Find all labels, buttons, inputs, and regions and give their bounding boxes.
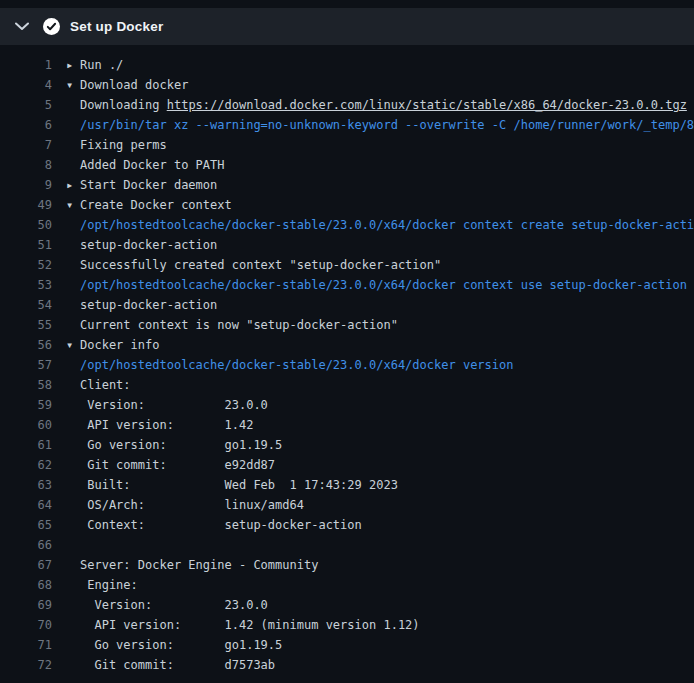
- group-title[interactable]: Download docker: [80, 78, 188, 92]
- log-url-link[interactable]: https://download.docker.com/linux/static…: [167, 98, 687, 112]
- line-content: /usr/bin/tar xz --warning=no-unknown-key…: [52, 115, 694, 135]
- log-line: 7Fixing perms: [0, 135, 694, 155]
- line-content: setup-docker-action: [52, 295, 217, 315]
- line-number[interactable]: 51: [0, 235, 52, 255]
- log-line: 55Current context is now "setup-docker-a…: [0, 315, 694, 335]
- line-number[interactable]: 61: [0, 435, 52, 455]
- log-text: setup-docker-action: [80, 238, 217, 252]
- line-number[interactable]: 62: [0, 455, 52, 475]
- line-content: OS/Arch: linux/amd64: [52, 495, 304, 515]
- log-line: 8Added Docker to PATH: [0, 155, 694, 175]
- log-text: setup-docker-action: [80, 298, 217, 312]
- log-text: Current context is now "setup-docker-act…: [80, 318, 398, 332]
- line-number[interactable]: 72: [0, 655, 52, 675]
- command-text: /usr/bin/tar xz --warning=no-unknown-key…: [80, 118, 694, 132]
- log-line: 6/usr/bin/tar xz --warning=no-unknown-ke…: [0, 115, 694, 135]
- log-text: Go version: go1.19.5: [80, 438, 282, 452]
- line-number[interactable]: 9: [0, 175, 52, 195]
- log-text: Version: 23.0.0: [80, 598, 268, 612]
- line-content: Context: setup-docker-action: [52, 515, 362, 535]
- line-content: Engine:: [52, 575, 138, 595]
- line-content: Built: Wed Feb 1 17:43:29 2023: [52, 475, 398, 495]
- line-number[interactable]: 66: [0, 535, 52, 555]
- line-number[interactable]: 5: [0, 95, 52, 115]
- line-content: Added Docker to PATH: [52, 155, 225, 175]
- group-collapsed-icon[interactable]: ▸: [66, 55, 80, 75]
- line-content: Server: Docker Engine - Community: [52, 555, 318, 575]
- line-number[interactable]: 56: [0, 335, 52, 355]
- group-title[interactable]: Run ./: [80, 58, 123, 72]
- log-line: 64 OS/Arch: linux/amd64: [0, 495, 694, 515]
- line-content: Current context is now "setup-docker-act…: [52, 315, 398, 335]
- line-number[interactable]: 4: [0, 75, 52, 95]
- line-content: API version: 1.42 (minimum version 1.12): [52, 615, 420, 635]
- step-header[interactable]: Set up Docker: [0, 8, 694, 45]
- line-number[interactable]: 50: [0, 215, 52, 235]
- check-circle-icon: [42, 18, 60, 36]
- line-number[interactable]: 60: [0, 415, 52, 435]
- line-number[interactable]: 63: [0, 475, 52, 495]
- line-content: Go version: go1.19.5: [52, 635, 282, 655]
- line-content: [52, 535, 80, 555]
- line-content: Git commit: e92dd87: [52, 455, 275, 475]
- line-number[interactable]: 58: [0, 375, 52, 395]
- log-line: 63 Built: Wed Feb 1 17:43:29 2023: [0, 475, 694, 495]
- group-expanded-icon[interactable]: ▾: [66, 335, 80, 355]
- log-line: 69 Version: 23.0.0: [0, 595, 694, 615]
- chevron-down-icon[interactable]: [14, 19, 30, 35]
- group-collapsed-icon[interactable]: ▸: [66, 175, 80, 195]
- line-number[interactable]: 59: [0, 395, 52, 415]
- log-line: 59 Version: 23.0.0: [0, 395, 694, 415]
- line-number[interactable]: 49: [0, 195, 52, 215]
- log-text: Built: Wed Feb 1 17:43:29 2023: [80, 478, 398, 492]
- log-line: 70 API version: 1.42 (minimum version 1.…: [0, 615, 694, 635]
- log-line: 67Server: Docker Engine - Community: [0, 555, 694, 575]
- group-title[interactable]: Create Docker context: [80, 198, 232, 212]
- log-line[interactable]: 4▾Download docker: [0, 75, 694, 95]
- line-number[interactable]: 54: [0, 295, 52, 315]
- command-text: /opt/hostedtoolcache/docker-stable/23.0.…: [80, 278, 687, 292]
- line-number[interactable]: 1: [0, 55, 52, 75]
- line-number[interactable]: 69: [0, 595, 52, 615]
- log-text: Context: setup-docker-action: [80, 518, 362, 532]
- line-number[interactable]: 70: [0, 615, 52, 635]
- line-content: /opt/hostedtoolcache/docker-stable/23.0.…: [52, 215, 694, 235]
- group-title[interactable]: Start Docker daemon: [80, 178, 217, 192]
- group-title[interactable]: Docker info: [80, 338, 159, 352]
- line-number[interactable]: 52: [0, 255, 52, 275]
- line-number[interactable]: 6: [0, 115, 52, 135]
- line-number[interactable]: 57: [0, 355, 52, 375]
- log-line: 52Successfully created context "setup-do…: [0, 255, 694, 275]
- line-number[interactable]: 8: [0, 155, 52, 175]
- group-expanded-icon[interactable]: ▾: [66, 195, 80, 215]
- command-text: /opt/hostedtoolcache/docker-stable/23.0.…: [80, 218, 694, 232]
- log-line[interactable]: 56▾Docker info: [0, 335, 694, 355]
- line-content: Version: 23.0.0: [52, 595, 268, 615]
- log-text: Downloading: [80, 98, 167, 112]
- log-text: API version: 1.42: [80, 418, 253, 432]
- line-number[interactable]: 71: [0, 635, 52, 655]
- line-number[interactable]: 65: [0, 515, 52, 535]
- line-number[interactable]: 7: [0, 135, 52, 155]
- log-line: 66: [0, 535, 694, 555]
- log-line[interactable]: 1▸Run ./: [0, 55, 694, 75]
- log-text: Git commit: d7573ab: [80, 658, 275, 672]
- line-content: Fixing perms: [52, 135, 167, 155]
- log-text: Client:: [80, 378, 131, 392]
- log-line[interactable]: 9▸Start Docker daemon: [0, 175, 694, 195]
- line-number[interactable]: 67: [0, 555, 52, 575]
- log-line: 68 Engine:: [0, 575, 694, 595]
- line-number[interactable]: 55: [0, 315, 52, 335]
- actions-log-viewer: Set up Docker 1▸Run ./4▾Download docker5…: [0, 8, 694, 675]
- group-expanded-icon[interactable]: ▾: [66, 75, 80, 95]
- line-number[interactable]: 53: [0, 275, 52, 295]
- line-content: ▾Download docker: [52, 75, 188, 95]
- line-content: Go version: go1.19.5: [52, 435, 282, 455]
- line-number[interactable]: 68: [0, 575, 52, 595]
- log-line: 60 API version: 1.42: [0, 415, 694, 435]
- line-content: /opt/hostedtoolcache/docker-stable/23.0.…: [52, 355, 513, 375]
- line-number[interactable]: 64: [0, 495, 52, 515]
- log-line[interactable]: 49▾Create Docker context: [0, 195, 694, 215]
- step-title: Set up Docker: [70, 19, 163, 34]
- line-content: ▸Run ./: [52, 55, 123, 75]
